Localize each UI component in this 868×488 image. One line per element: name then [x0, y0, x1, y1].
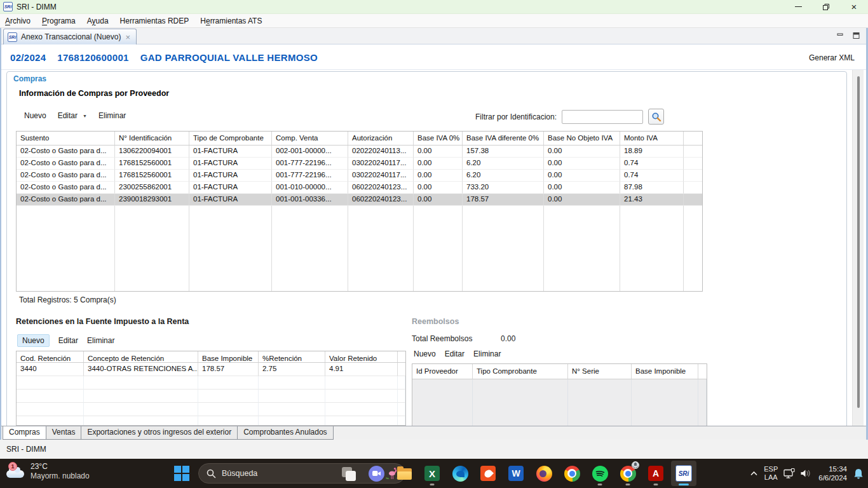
table-row[interactable]: 02-Costo o Gasto para d...13062200940010…: [17, 146, 702, 158]
column-header[interactable]: N° Serie: [568, 364, 632, 379]
firefox-button[interactable]: [531, 461, 557, 486]
table-cell: [325, 416, 398, 426]
table-row[interactable]: 02-Costo o Gasto para d...23900182930010…: [17, 194, 702, 206]
column-header[interactable]: Valor Retenido: [325, 351, 398, 362]
menu-bar: Archivo Programa Ayuda Herramientas RDEP…: [0, 14, 868, 28]
column-header[interactable]: Base IVA diferente 0%: [463, 132, 544, 145]
menu-herramientas-ats[interactable]: Herramientas ATS: [200, 17, 262, 25]
view-scrollbar[interactable]: [852, 70, 864, 426]
compras-table[interactable]: SustentoN° IdentificaciónTipo de Comprob…: [16, 131, 703, 292]
column-header[interactable]: Base IVA 0%: [414, 132, 463, 145]
retenciones-nuevo-button[interactable]: Nuevo: [17, 334, 50, 347]
compras-nuevo-button[interactable]: Nuevo: [24, 111, 46, 120]
column-header[interactable]: %Retención: [259, 351, 325, 362]
table-cell: 0.00: [414, 182, 463, 194]
bottom-tab-comprobantes-anulados[interactable]: Comprobantes Anulados: [237, 426, 333, 440]
table-row[interactable]: 02-Costo o Gasto para d...17681525600010…: [17, 170, 702, 182]
restore-button[interactable]: [812, 0, 840, 13]
retenciones-eliminar-button[interactable]: Eliminar: [87, 336, 114, 345]
compras-eliminar-button[interactable]: Eliminar: [98, 111, 126, 120]
minimize-icon: [795, 6, 802, 7]
search-button[interactable]: [648, 109, 664, 125]
table-cell: 18.89: [620, 146, 684, 158]
reembolsos-nuevo-button[interactable]: Nuevo: [414, 349, 436, 358]
table-row[interactable]: 34403440-OTRAS RETENCIONES A...178.572.7…: [17, 363, 405, 376]
clock-time: 15:34: [829, 464, 847, 473]
column-header[interactable]: Tipo de Comprobante: [189, 132, 272, 145]
excel-button[interactable]: X: [419, 461, 445, 486]
view-maximize-button[interactable]: [852, 31, 861, 40]
acrobat-button[interactable]: A: [643, 461, 668, 486]
notification-bell-icon[interactable]: [853, 468, 864, 480]
column-header[interactable]: Base Imponible: [632, 364, 698, 379]
chrome-button[interactable]: [559, 461, 585, 486]
menu-herramientas-rdep[interactable]: Herramientas RDEP: [120, 17, 189, 25]
table-cell: 001-001-00336...: [272, 194, 348, 206]
column-header[interactable]: Cod. Retención: [17, 351, 84, 362]
column-header[interactable]: Base Imponible: [198, 351, 259, 362]
menu-ayuda[interactable]: Ayuda: [87, 17, 109, 25]
column-header[interactable]: [698, 364, 707, 379]
column-header[interactable]: Concepto de Retención: [84, 351, 198, 362]
column-header[interactable]: Comp. Venta: [272, 132, 348, 145]
search-icon: [651, 112, 661, 122]
sri-dimm-button[interactable]: SRi: [671, 461, 696, 486]
filter-input[interactable]: [562, 110, 643, 124]
table-row[interactable]: 02-Costo o Gasto para d...23002558620010…: [17, 182, 702, 194]
table-row[interactable]: 02-Costo o Gasto para d...17681525600010…: [17, 158, 702, 170]
view-minimize-button[interactable]: [836, 31, 844, 40]
column-header[interactable]: Monto IVA: [620, 132, 684, 145]
empty-row: [17, 416, 405, 426]
column-header[interactable]: N° Identificación: [115, 132, 189, 145]
column-header[interactable]: [684, 132, 702, 145]
reembolsos-table[interactable]: Id ProveedorTipo ComprobanteN° SerieBase…: [412, 363, 707, 426]
weather-widget[interactable]: 1 23°C Mayorm. nublado: [6, 462, 90, 481]
start-button[interactable]: [170, 463, 193, 484]
bottom-tab-compras[interactable]: Compras: [3, 426, 46, 440]
editar-dropdown-icon[interactable]: ▼: [83, 114, 87, 118]
retenciones-table-body: 34403440-OTRAS RETENCIONES A...178.572.7…: [17, 363, 405, 426]
word-button[interactable]: W: [503, 461, 529, 486]
table-cell: 4.91: [325, 363, 398, 376]
menu-archivo[interactable]: Archivo: [5, 17, 31, 25]
clock[interactable]: 15:34 6/6/2024: [818, 464, 847, 483]
compras-editar-button[interactable]: Editar: [58, 111, 78, 120]
bottom-tab-ventas[interactable]: Ventas: [46, 426, 82, 440]
column-header[interactable]: Id Proveedor: [412, 364, 473, 379]
chrome-profile-button[interactable]: [615, 461, 641, 486]
minimize-button[interactable]: [784, 0, 812, 13]
close-button[interactable]: ×: [840, 0, 868, 13]
retenciones-editar-button[interactable]: Editar: [58, 336, 78, 345]
generar-xml-button[interactable]: Generar XML: [809, 53, 855, 62]
header-period: 02/2024: [10, 52, 46, 63]
document-header: 02/2024 1768120600001 GAD PARROQUIAL VAL…: [10, 52, 318, 63]
column-header[interactable]: Base No Objeto IVA: [544, 132, 620, 145]
language-indicator[interactable]: ESP LAA: [764, 465, 778, 482]
reembolsos-eliminar-button[interactable]: Eliminar: [473, 349, 501, 358]
tab-close-icon[interactable]: ×: [125, 33, 131, 41]
view-scrollbar-thumb[interactable]: [857, 76, 860, 408]
table-cell: [84, 403, 198, 416]
table-cell: 1306220094001: [115, 146, 189, 158]
retenciones-table[interactable]: Cod. RetenciónConcepto de RetenciónBase …: [16, 351, 406, 426]
table-cell: [325, 376, 398, 390]
task-view-button[interactable]: [336, 461, 361, 486]
column-header[interactable]: Tipo Comprobante: [473, 364, 568, 379]
table-cell: 0.00: [414, 194, 463, 206]
tab-anexo-transaccional[interactable]: SRi Anexo Transaccional (Nuevo) ×: [3, 29, 137, 44]
column-header[interactable]: Autorización: [348, 132, 414, 145]
tray-status-icons[interactable]: [783, 468, 813, 479]
file-explorer-button[interactable]: [391, 461, 417, 486]
column-header[interactable]: Sustento: [17, 132, 115, 145]
edge-button[interactable]: [447, 461, 473, 486]
tray-overflow-button[interactable]: [750, 471, 758, 476]
spotify-button[interactable]: [587, 461, 613, 486]
nitro-pdf-button[interactable]: [475, 461, 501, 486]
bottom-tab-exportaciones[interactable]: Exportaciones y otros ingresos del exter…: [81, 426, 238, 440]
reembolsos-editar-button[interactable]: Editar: [445, 349, 465, 358]
menu-programa[interactable]: Programa: [42, 17, 76, 25]
chat-button[interactable]: [363, 461, 389, 486]
table-cell: [17, 390, 84, 403]
chrome-icon: [564, 466, 580, 482]
column-header[interactable]: [398, 351, 405, 362]
